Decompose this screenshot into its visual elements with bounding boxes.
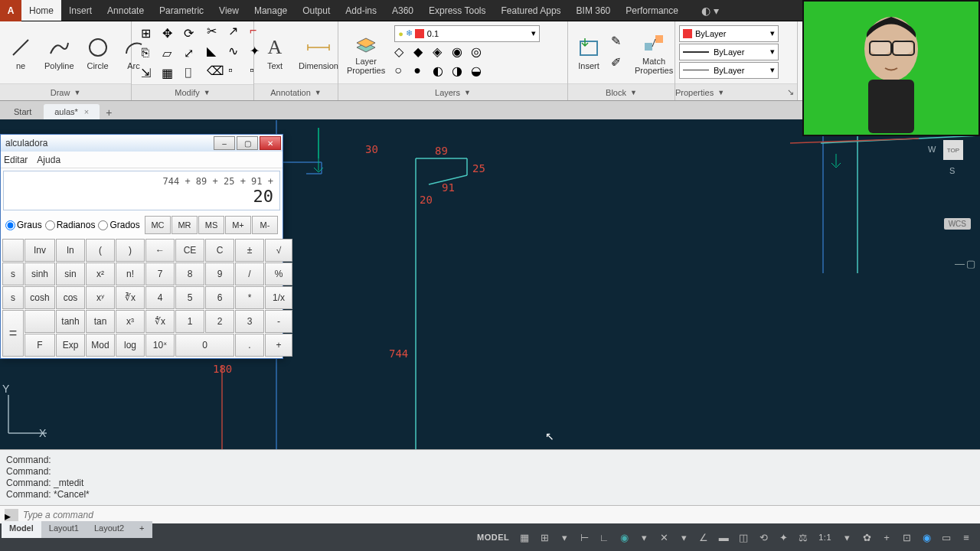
match-props-button[interactable]: Match Properties [630,28,678,77]
calc-key-2-6[interactable]: 5 [175,286,204,309]
osnap-toggle[interactable]: ✕ [655,528,673,546]
calc-key-2-5[interactable]: 4 [145,286,175,309]
layers-panel-title[interactable]: Layers▼ [338,83,567,100]
text-button[interactable]: AText [258,33,292,73]
layer-tool5[interactable]: ◎ [471,44,488,61]
calc-key-2-3[interactable]: xʸ [86,286,115,309]
move-icon[interactable]: ✥ [157,24,177,42]
chamfer-icon[interactable]: ◣ [207,44,227,62]
layer-props-button[interactable]: Layer Properties [342,28,390,77]
calc-key-4-7[interactable]: . [235,334,264,357]
ms-button[interactable]: MS [198,216,224,234]
stretch-icon[interactable]: ⇲ [136,64,155,82]
mc-button[interactable]: MC [145,216,171,234]
calc-key-3-7[interactable]: 3 [235,310,264,333]
calc-key-3-1[interactable]: tanh [56,310,85,333]
mirror-icon[interactable]: ▱ [157,44,177,62]
calc-key-4-8[interactable]: + [265,334,292,357]
menu-tab-express[interactable]: Express Tools [421,0,493,21]
degrees-radio[interactable]: Graus [5,220,42,230]
command-icon[interactable]: ▸ [5,509,18,521]
radians-radio[interactable]: Radianos [45,220,96,230]
layer-tool8[interactable]: ◐ [433,64,449,80]
circle-button[interactable]: Circle [81,33,115,73]
calc-key-0-1[interactable]: Inv [24,239,55,262]
menu-tab-a360[interactable]: A360 [384,0,421,21]
calc-key-1-1[interactable]: sinh [24,262,55,285]
trim-icon[interactable]: ✂ [207,24,227,42]
calc-key-1-9[interactable]: % [265,262,292,285]
ortho-toggle[interactable]: ⊢ [575,528,593,546]
calc-key-0-2[interactable]: ln [56,239,85,262]
layer-tool9[interactable]: ◑ [452,64,469,80]
file-tab[interactable]: aulas*× [44,104,100,119]
layer-tool2[interactable]: ◆ [413,44,430,61]
snap-menu[interactable]: ▾ [555,528,573,546]
calc-key-0-6[interactable]: CE [175,239,204,262]
calc-key-3-4[interactable]: ∜x [145,310,175,333]
iso-menu[interactable]: ▾ [635,528,653,546]
calc-key-3-6[interactable]: 2 [205,310,234,333]
modify-panel-title[interactable]: Modify▼ [132,84,253,100]
calc-edit-menu[interactable]: Editar [4,155,28,165]
array-icon[interactable]: ▦ [157,64,177,82]
modify-icon[interactable]: ▫ [228,64,248,82]
calc-key-0-9[interactable]: √ [265,239,292,262]
layer-tool4[interactable]: ◉ [452,44,469,61]
layout2-tab[interactable]: Layout2 [87,521,132,538]
mplus-button[interactable]: M+ [225,216,251,234]
calc-maximize-button[interactable]: ▢ [237,136,258,150]
otrack-toggle[interactable]: ∠ [694,528,713,546]
calc-key-4-1[interactable]: Exp [56,334,85,357]
new-tab-button[interactable]: + [101,106,116,119]
mminus-button[interactable]: M- [252,216,278,234]
calc-key-3-3[interactable]: x³ [116,310,145,333]
lweight-toggle[interactable]: ▬ [714,528,733,546]
linetype-dropdown[interactable]: ByLayer▾ [679,62,779,79]
calc-key-3-5[interactable]: 1 [175,310,204,333]
menu-tab-view[interactable]: View [211,0,247,21]
wcs-badge[interactable]: WCS [944,218,971,230]
calc-key-3-2[interactable]: tan [86,310,115,333]
menu-tab-bim360[interactable]: BIM 360 [569,0,619,21]
layout1-tab[interactable]: Layout1 [41,521,87,538]
layer-tool3[interactable]: ◈ [433,44,449,61]
calc-key-2-8[interactable]: * [235,286,264,309]
start-tab[interactable]: Start [3,104,42,119]
menu-tab-manage[interactable]: Manage [247,0,295,21]
properties-panel-title[interactable]: Properties▼↘ [675,83,797,100]
edit-block-icon[interactable]: ✐ [611,55,628,72]
plus-icon[interactable]: + [877,528,896,546]
calc-key-2-9[interactable]: 1/x [265,286,292,309]
calc-key-0-5[interactable]: ← [145,239,175,262]
calc-key-4-5[interactable]: 0 [175,334,234,357]
calc-key-1-7[interactable]: 9 [205,262,234,285]
gradians-radio[interactable]: Grados [98,220,139,230]
calc-key-4-3[interactable]: log [116,334,145,357]
calc-key-3-8[interactable]: - [265,310,292,333]
iso-toggle[interactable]: ◉ [615,528,633,546]
color-dropdown[interactable]: ByLayer▾ [679,25,779,42]
calc-close-button[interactable]: ✕ [260,136,281,150]
grid-toggle[interactable]: ▦ [515,528,534,546]
customize-icon[interactable]: ≡ [957,528,975,546]
extend-icon[interactable]: ↗ [228,24,248,42]
calc-key-4-4[interactable]: 10ˣ [145,334,175,357]
block-panel-title[interactable]: Block▼ [568,83,675,100]
scale-label[interactable]: 1:1 [814,533,836,542]
line-button[interactable]: ne [4,33,38,73]
grid-icon[interactable]: ⊞ [136,24,155,42]
menu-tab-home[interactable]: Home [21,0,61,21]
clean-screen-icon[interactable]: ▭ [937,528,956,546]
offset-icon[interactable]: ⌷ [178,64,198,82]
cycling-toggle[interactable]: ⟲ [754,528,773,546]
calc-key-4-2[interactable]: Mod [86,334,115,357]
menu-tab-parametric[interactable]: Parametric [152,0,211,21]
scale-icon[interactable]: ⤢ [178,44,198,62]
calc-minimize-button[interactable]: – [214,136,235,150]
create-block-icon[interactable]: ✎ [611,34,628,51]
command-input[interactable] [23,510,975,520]
snap-toggle[interactable]: ⊞ [535,528,554,546]
annotation-panel-title[interactable]: Annotation▼ [254,83,338,100]
insert-button[interactable]: Insert [572,33,606,73]
